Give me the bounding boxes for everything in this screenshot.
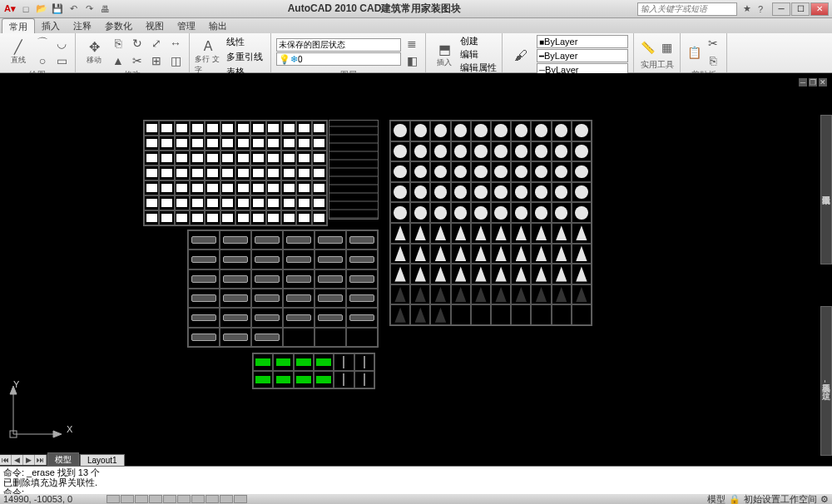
tool-palette-panel[interactable]: 工具选项板 - 建筑 [820,306,832,456]
redo-icon[interactable]: ↷ [82,2,96,16]
circle-icon[interactable]: ○ [34,52,51,69]
mleader-button[interactable]: 多重引线 [224,50,265,64]
model-tabs: ⏮ ◀ ▶ ⏭ 模型 Layout1 [0,454,125,466]
block-cell [296,210,311,225]
tab-home[interactable]: 常用 [2,18,35,33]
snap-toggle[interactable] [106,495,120,503]
block-cell [572,244,592,264]
minimize-button[interactable]: ─ [772,2,790,16]
edit-attr-button[interactable]: 编辑属性 [460,62,497,74]
tab-nav-prev-icon[interactable]: ◀ [12,455,23,465]
block-cell [531,121,551,141]
block-cell [531,202,551,223]
tab-nav-next-icon[interactable]: ▶ [23,455,35,465]
block-cell [220,328,251,347]
tab-view[interactable]: 视图 [139,18,171,33]
select-icon[interactable]: ▦ [658,39,675,56]
block-cell [220,250,251,269]
command-line[interactable]: 命令: _erase 找到 13 个 已删除填充边界关联性. 命令: [0,466,832,494]
rect-icon[interactable]: ▭ [53,52,70,69]
open-icon[interactable]: 📂 [35,2,48,16]
layer-dropdown[interactable]: 💡❄ 0 [276,52,401,66]
trim-icon[interactable]: ✂ [129,52,146,69]
osnap-toggle[interactable] [163,495,176,503]
save-icon[interactable]: 💾 [51,2,64,16]
tab-nav-first-icon[interactable]: ⏮ [0,455,12,465]
tab-parametric[interactable]: 参数化 [98,18,139,33]
block-cell [283,289,314,308]
vp-minimize-icon[interactable]: ─ [799,78,807,86]
polar-toggle[interactable] [149,495,162,503]
copy-clip-icon[interactable]: ⎘ [705,52,721,69]
ducs-toggle[interactable] [191,495,205,503]
sheet-set-panel[interactable]: 图纸集管理器 [820,115,832,264]
block-cell [220,269,251,289]
arc-icon[interactable]: ◡ [53,35,70,52]
block-cell [312,136,327,151]
line-button[interactable]: ╱直线 [5,40,32,65]
block-cell [266,151,281,166]
block-cell [190,180,205,195]
infocenter-icon[interactable]: ★ [740,2,754,16]
tab-nav-last-icon[interactable]: ⏭ [35,455,47,465]
layout1-tab[interactable]: Layout1 [80,454,125,467]
new-icon[interactable]: □ [19,2,32,16]
match-props-icon[interactable]: 🖌 [508,43,534,68]
maximize-button[interactable]: ☐ [791,2,810,16]
block-cell [190,151,205,166]
array-icon[interactable]: ⊞ [148,52,165,69]
workspace-button[interactable]: 初始设置工作空间 [744,493,817,505]
block-cell [220,136,235,151]
mtext-button[interactable]: A多行 文字 [195,45,221,70]
paste-icon[interactable]: 📋 [686,44,702,61]
tab-insert[interactable]: 插入 [35,18,67,33]
layer-state-dropdown[interactable]: 未保存的图层状态 [276,38,401,52]
window-controls: ─ ☐ ✕ [772,2,829,16]
linear-dim-button[interactable]: 线性 [224,35,265,49]
help-icon[interactable]: ? [754,2,767,16]
block-cell [266,121,281,136]
qp-toggle[interactable] [234,495,247,503]
tab-output[interactable]: 输出 [202,18,234,33]
cut-icon[interactable]: ✂ [705,35,721,52]
layer-props-icon[interactable]: ≣ [404,35,420,52]
lock-icon[interactable]: 🔒 [729,494,740,505]
rotate-icon[interactable]: ↻ [129,35,146,52]
viewport-controls: ─ ❐ ✕ [799,78,827,86]
close-button[interactable]: ✕ [810,2,829,16]
lineweight-dropdown[interactable]: ━ ByLayer [537,49,628,62]
lwt-toggle[interactable] [220,495,233,503]
otrack-toggle[interactable] [177,495,191,503]
block-cell [159,151,174,166]
insert-button[interactable]: ⬒插入 [431,42,458,67]
coordinates-display[interactable]: 14990, -10053, 0 [3,494,103,504]
move-button[interactable]: ✥移动 [81,40,107,65]
drawing-area[interactable]: ─ ❐ ✕ 图纸集管理器 工具选项板 - 建筑 Y X [0,73,832,466]
scale-icon[interactable]: ⤢ [148,35,165,52]
print-icon[interactable]: 🖶 [98,2,111,16]
tab-manage[interactable]: 管理 [171,18,202,33]
copy-icon[interactable]: ⎘ [110,35,126,52]
block-cell [175,121,190,136]
stretch-icon[interactable]: ↔ [167,35,184,52]
layer-iso-icon[interactable]: ◧ [404,52,420,69]
workspace-gear-icon[interactable]: ⚙ [820,494,829,505]
tab-annotate[interactable]: 注释 [67,18,98,33]
help-search-input[interactable] [637,2,737,16]
mirror-icon[interactable]: ▲ [110,52,126,69]
app-menu-icon[interactable]: A▾ [3,2,17,16]
dyn-toggle[interactable] [206,495,219,503]
grid-toggle[interactable] [121,495,134,503]
offset-icon[interactable]: ◫ [167,52,184,69]
edit-block-button[interactable]: 编辑 [460,48,497,61]
polyline-icon[interactable]: ⌒ [34,35,51,52]
measure-icon[interactable]: 📏 [639,39,656,56]
model-space-indicator[interactable]: 模型 [707,493,726,505]
color-dropdown[interactable]: ■ ByLayer [537,35,628,48]
vp-restore-icon[interactable]: ❐ [809,78,817,86]
vp-close-icon[interactable]: ✕ [819,78,827,86]
create-block-button[interactable]: 创建 [460,35,497,47]
undo-icon[interactable]: ↶ [67,2,80,16]
block-cell [511,121,531,141]
ortho-toggle[interactable] [135,495,148,503]
